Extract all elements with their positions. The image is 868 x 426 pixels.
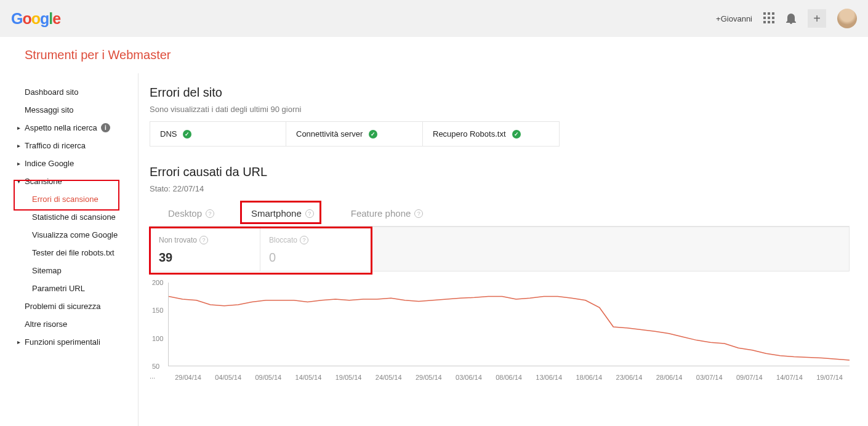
svg-rect-8 xyxy=(772,21,774,23)
sidebar-item-sitemap[interactable]: Sitemap xyxy=(0,262,138,279)
svg-rect-6 xyxy=(763,21,766,23)
site-errors-note: Sono visualizzati i dati degli ultimi 90… xyxy=(150,105,850,114)
chart-x-tick: 14/05/14 xyxy=(288,374,328,381)
check-ok-icon: ✓ xyxy=(512,130,521,139)
svg-rect-7 xyxy=(768,21,770,23)
chart-x-tick: 23/06/14 xyxy=(609,374,649,381)
chart-x-tick: 19/07/14 xyxy=(810,374,850,381)
chart-x-tick: 09/07/14 xyxy=(729,374,770,381)
caret-right-icon: ▸ xyxy=(17,124,20,131)
error-type-cards: Non trovato? 39 Bloccato? 0 xyxy=(150,227,850,271)
top-bar: Google +Giovanni + xyxy=(0,0,868,37)
blocked-count: 0 xyxy=(269,251,362,265)
errors-chart: 29/04/1404/05/1409/05/1414/05/1419/05/14… xyxy=(150,283,850,381)
chart-x-axis: 29/04/1404/05/1409/05/1414/05/1419/05/14… xyxy=(168,374,850,381)
main-content: Errori del sito Sono visualizzati i dati… xyxy=(139,73,868,426)
help-icon[interactable]: ? xyxy=(300,236,308,244)
chart-x-tick: 04/05/14 xyxy=(208,374,248,381)
site-errors-heading: Errori del sito xyxy=(150,86,850,100)
caret-right-icon: ▸ xyxy=(17,142,20,149)
status-robots[interactable]: Recupero Robots.txt✓ xyxy=(423,121,560,147)
tab-smartphone[interactable]: Smartphone? xyxy=(233,201,332,226)
sidebar-item-url-params[interactable]: Parametri URL xyxy=(0,279,138,297)
site-errors-status-row: DNS✓ Connettività server✓ Recupero Robot… xyxy=(150,121,850,147)
sidebar-item-labs[interactable]: ▸Funzioni sperimentali xyxy=(0,333,138,351)
chart-x-tick: 29/04/14 xyxy=(168,374,208,381)
chart-x-tick: 09/05/14 xyxy=(248,374,288,381)
not-found-count: 39 xyxy=(159,251,251,265)
chart-x-tick: 13/06/14 xyxy=(529,374,569,381)
chart-x-tick: 08/06/14 xyxy=(489,374,529,381)
check-ok-icon: ✓ xyxy=(369,130,377,139)
status-dns[interactable]: DNS✓ xyxy=(150,121,286,147)
notifications-bell-icon[interactable] xyxy=(786,12,797,26)
caret-down-icon: ▾ xyxy=(17,178,20,185)
check-ok-icon: ✓ xyxy=(183,130,191,139)
svg-rect-5 xyxy=(772,17,774,19)
sidebar-item-crawl-errors[interactable]: Errori di scansione xyxy=(0,190,138,208)
share-plus-button[interactable]: + xyxy=(808,9,826,28)
caret-right-icon: ▸ xyxy=(17,339,20,345)
sidebar: Dashboard sito Messaggi sito ▸Aspetto ne… xyxy=(0,73,139,426)
chart-x-tick: 03/07/14 xyxy=(689,374,729,381)
sidebar-item-aspect[interactable]: ▸Aspetto nella ricercai xyxy=(0,119,138,137)
url-errors-state: Stato: 22/07/14 xyxy=(150,184,850,193)
svg-rect-3 xyxy=(763,17,766,19)
help-icon[interactable]: ? xyxy=(305,209,314,218)
svg-rect-1 xyxy=(768,12,770,15)
svg-rect-0 xyxy=(763,12,766,15)
help-icon[interactable]: ? xyxy=(414,209,423,218)
chart-y-tick: 50 xyxy=(152,363,159,370)
svg-rect-2 xyxy=(772,12,774,15)
tab-desktop[interactable]: Desktop? xyxy=(150,201,233,226)
help-icon[interactable]: ? xyxy=(206,209,214,218)
sidebar-item-robots-tester[interactable]: Tester dei file robots.txt xyxy=(0,244,138,262)
sidebar-item-crawl[interactable]: ▾Scansione xyxy=(0,172,138,190)
user-plus-link[interactable]: +Giovanni xyxy=(716,14,752,23)
avatar[interactable] xyxy=(837,9,857,28)
url-errors-heading: Errori causati da URL xyxy=(150,165,850,179)
chart-x-tick: 14/07/14 xyxy=(770,374,810,381)
sidebar-item-traffic[interactable]: ▸Traffico di ricerca xyxy=(0,137,138,155)
card-blocked[interactable]: Bloccato? 0 xyxy=(260,227,371,271)
sidebar-item-other[interactable]: Altre risorse xyxy=(0,315,138,333)
google-logo[interactable]: Google xyxy=(11,10,60,28)
chart-x-tick: 03/06/14 xyxy=(449,374,489,381)
chart-x-tick: 29/05/14 xyxy=(409,374,449,381)
chart-y-tick: 100 xyxy=(152,335,163,342)
sidebar-item-index[interactable]: ▸Indice Google xyxy=(0,155,138,172)
tab-feature-phone[interactable]: Feature phone? xyxy=(332,201,442,226)
chart-plot-area xyxy=(168,283,850,366)
sidebar-item-crawl-stats[interactable]: Statistiche di scansione xyxy=(0,208,138,226)
card-filler xyxy=(371,227,850,271)
apps-grid-icon[interactable] xyxy=(763,12,774,25)
page-title[interactable]: Strumenti per i Webmaster xyxy=(0,37,868,73)
chart-overflow-indicator: ... xyxy=(150,372,155,380)
sidebar-item-dashboard[interactable]: Dashboard sito xyxy=(0,83,138,101)
card-not-found[interactable]: Non trovato? 39 xyxy=(150,227,260,271)
help-icon[interactable]: ? xyxy=(199,236,208,244)
sidebar-item-fetch-as-google[interactable]: Visualizza come Google xyxy=(0,226,138,244)
chart-x-tick: 28/06/14 xyxy=(649,374,689,381)
status-connectivity[interactable]: Connettività server✓ xyxy=(286,121,423,147)
info-icon[interactable]: i xyxy=(101,123,110,132)
chart-y-tick: 200 xyxy=(152,279,163,286)
sidebar-item-messages[interactable]: Messaggi sito xyxy=(0,101,138,119)
chart-x-tick: 24/05/14 xyxy=(369,374,409,381)
chart-x-tick: 18/06/14 xyxy=(569,374,609,381)
sidebar-item-security[interactable]: Problemi di sicurezza xyxy=(0,297,138,315)
chart-x-tick: 19/05/14 xyxy=(329,374,369,381)
caret-right-icon: ▸ xyxy=(17,160,20,167)
device-tabs: Desktop? Smartphone? Feature phone? xyxy=(150,201,850,227)
chart-y-tick: 150 xyxy=(152,307,163,314)
svg-rect-4 xyxy=(768,17,770,19)
